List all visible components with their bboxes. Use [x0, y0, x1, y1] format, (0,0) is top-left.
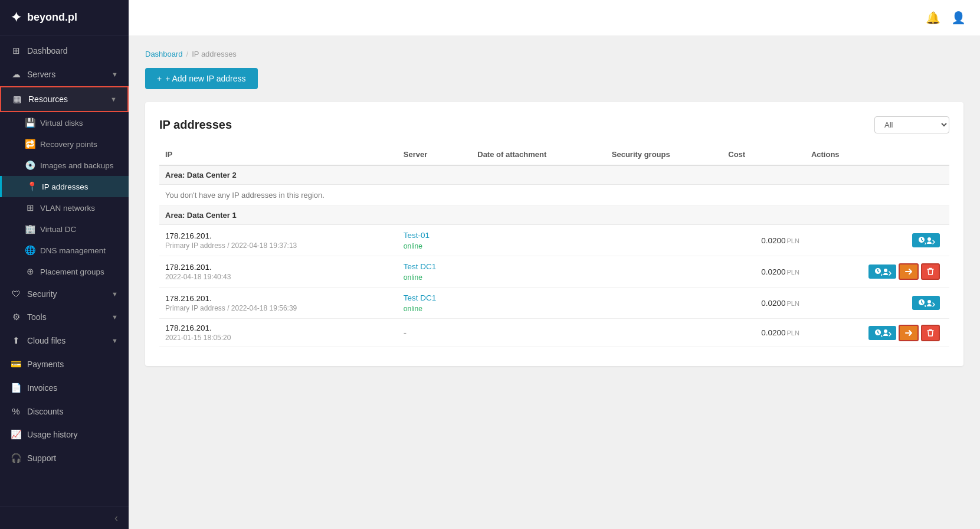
sidebar-item-usage-history[interactable]: 📈 Usage history: [0, 423, 129, 446]
card-header: IP addresses All Data Center 1 Data Cent…: [159, 116, 949, 133]
table-row: 178.216.201. 2022-04-18 19:40:43 Test DC…: [159, 256, 949, 288]
usage-history-icon: 📈: [11, 429, 21, 440]
sidebar-item-virtual-dc[interactable]: 🏢 Virtual DC: [0, 218, 129, 240]
invoices-icon: 📄: [11, 383, 21, 393]
assign-button[interactable]: [868, 264, 896, 279]
sidebar-item-recovery-points[interactable]: 🔁 Recovery points: [0, 133, 129, 155]
breadcrumb-dashboard[interactable]: Dashboard: [145, 50, 183, 58]
sidebar-item-dns-management[interactable]: 🌐 DNS management: [0, 240, 129, 261]
server-cell: Test DC1 online: [398, 288, 471, 319]
breadcrumb-separator: /: [186, 50, 189, 58]
sidebar-item-dashboard[interactable]: ⊞ Dashboard: [0, 39, 129, 63]
security-groups-cell: [606, 319, 723, 347]
cost-cell: 0.0200PLN: [722, 319, 805, 347]
date-cell: [471, 225, 606, 256]
assign-button[interactable]: [912, 296, 940, 310]
svg-point-0: [927, 237, 931, 241]
cost-cell: 0.0200PLN: [722, 256, 805, 288]
empty-row: You don't have any IP addresses in this …: [159, 185, 949, 206]
area-row: Area: Data Center 1: [159, 206, 949, 225]
sidebar-item-virtual-disks[interactable]: 💾 Virtual disks: [0, 112, 129, 133]
table-row: 178.216.201. 2021-01-15 18:05:20 - 0.020…: [159, 319, 949, 347]
notification-icon[interactable]: 🔔: [926, 11, 940, 25]
sidebar-item-ip-addresses[interactable]: 📍 IP addresses: [0, 176, 129, 197]
sidebar-label-discounts: Discounts: [27, 407, 118, 416]
collapse-icon: ‹: [114, 512, 118, 524]
sidebar-item-security[interactable]: 🛡 Security ▼: [0, 282, 129, 305]
actions-cell: [805, 288, 949, 319]
delete-button[interactable]: [921, 325, 940, 341]
sidebar-item-resources[interactable]: ▦ Resources ▼: [0, 86, 129, 112]
ip-subtitle: Primary IP address / 2022-04-18 19:56:39: [165, 304, 392, 312]
col-security-groups: Security groups: [606, 145, 723, 165]
virtual-disks-icon: 💾: [25, 117, 35, 128]
discounts-icon: %: [11, 406, 21, 416]
sidebar-item-payments[interactable]: 💳 Payments: [0, 352, 129, 376]
logo-icon: ✦: [11, 10, 21, 25]
sidebar-item-support[interactable]: 🎧 Support: [0, 446, 129, 470]
col-date: Date of attachment: [471, 145, 606, 165]
ip-cell: 178.216.201. 2021-01-15 18:05:20: [159, 319, 398, 347]
security-icon: 🛡: [11, 289, 21, 299]
sidebar-collapse-button[interactable]: ‹: [0, 507, 129, 529]
sidebar: ✦ beyond.pl ⊞ Dashboard ☁ Servers ▼▦ Res…: [0, 0, 129, 529]
date-cell: [471, 256, 606, 288]
sidebar-item-images-backups[interactable]: 💿 Images and backups: [0, 155, 129, 176]
server-cell: Test-01 online: [398, 225, 471, 256]
ip-address: 178.216.201.: [165, 231, 392, 240]
arrow-cloud-files: ▼: [112, 337, 118, 344]
svg-point-3: [884, 329, 887, 333]
ip-subtitle: Primary IP address / 2022-04-18 19:37:13: [165, 241, 392, 250]
sidebar-item-discounts[interactable]: % Discounts: [0, 400, 129, 423]
brand-logo: ✦ beyond.pl: [0, 0, 129, 35]
server-cell: Test DC1 online: [398, 256, 471, 288]
transfer-icon: [904, 329, 913, 337]
ip-subtitle: 2021-01-15 18:05:20: [165, 334, 392, 342]
ip-cell: 178.216.201. 2022-04-18 19:40:43: [159, 256, 398, 288]
sidebar-label-dns-management: DNS management: [40, 246, 106, 255]
transfer-button[interactable]: [899, 325, 919, 341]
sidebar-item-servers[interactable]: ☁ Servers ▼: [0, 63, 129, 86]
col-ip: IP: [159, 145, 398, 165]
cost-unit: PLN: [786, 300, 799, 307]
delete-icon: [927, 267, 934, 276]
payments-icon: 💳: [11, 359, 21, 370]
table-body: Area: Data Center 2You don't have any IP…: [159, 165, 949, 347]
add-ip-label: + Add new IP address: [165, 74, 245, 83]
recovery-points-icon: 🔁: [25, 139, 35, 149]
server-link[interactable]: Test-01: [404, 231, 430, 240]
sidebar-item-invoices[interactable]: 📄 Invoices: [0, 376, 129, 400]
cost-unit: PLN: [786, 329, 799, 337]
sidebar-label-usage-history: Usage history: [27, 430, 118, 439]
assign-button[interactable]: [868, 326, 896, 340]
server-link[interactable]: Test DC1: [404, 293, 437, 302]
server-link[interactable]: Test DC1: [404, 262, 437, 271]
security-groups-cell: [606, 288, 723, 319]
sidebar-item-cloud-files[interactable]: ⬆ Cloud files ▼: [0, 329, 129, 352]
sidebar-item-vlan-networks[interactable]: ⊞ VLAN networks: [0, 197, 129, 218]
sidebar-label-ip-addresses: IP addresses: [42, 182, 89, 191]
support-icon: 🎧: [11, 453, 21, 463]
arrow-resources: ▼: [110, 96, 117, 103]
sidebar-label-tools: Tools: [27, 312, 106, 322]
resources-icon: ▦: [12, 94, 22, 105]
topbar: 🔔 👤: [129, 0, 980, 35]
transfer-icon: [904, 267, 913, 276]
sidebar-label-resources: Resources: [28, 94, 104, 104]
area-filter-select[interactable]: All Data Center 1 Data Center 2: [874, 116, 949, 133]
arrow-tools: ▼: [112, 314, 118, 321]
cloud-files-icon: ⬆: [11, 335, 21, 346]
user-icon[interactable]: 👤: [951, 11, 966, 25]
transfer-button[interactable]: [899, 263, 919, 280]
ip-addresses-card: IP addresses All Data Center 1 Data Cent…: [145, 102, 963, 366]
sidebar-item-tools[interactable]: ⚙ Tools ▼: [0, 305, 129, 329]
sidebar-label-images-backups: Images and backups: [40, 161, 114, 170]
sidebar-item-placement-groups[interactable]: ⊕ Placement groups: [0, 261, 129, 282]
dns-management-icon: 🌐: [25, 245, 35, 256]
add-ip-button[interactable]: + + Add new IP address: [145, 68, 258, 89]
delete-button[interactable]: [921, 263, 940, 280]
ip-cell: 178.216.201. Primary IP address / 2022-0…: [159, 288, 398, 319]
assign-button[interactable]: [912, 233, 940, 247]
cost-unit: PLN: [786, 269, 799, 276]
servers-icon: ☁: [11, 69, 21, 80]
